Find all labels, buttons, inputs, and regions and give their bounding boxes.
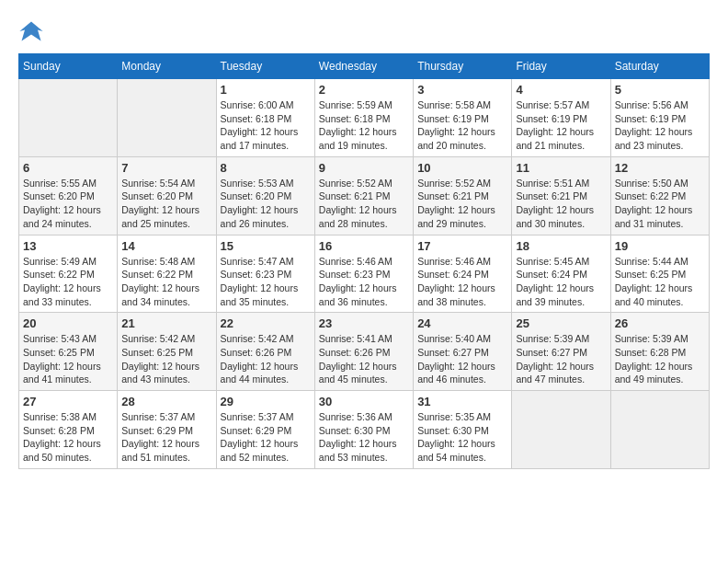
day-info: Sunrise: 5:50 AM Sunset: 6:22 PM Dayligh… [615,177,705,231]
weekday-header-tuesday: Tuesday [216,54,314,79]
day-number: 2 [319,83,409,97]
calendar-cell: 15Sunrise: 5:47 AM Sunset: 6:23 PM Dayli… [216,235,314,313]
calendar-cell: 6Sunrise: 5:55 AM Sunset: 6:20 PM Daylig… [19,156,118,235]
day-info: Sunrise: 5:47 AM Sunset: 6:23 PM Dayligh… [221,255,311,309]
calendar-cell: 25Sunrise: 5:39 AM Sunset: 6:27 PM Dayli… [512,313,610,391]
page-header [18,18,710,44]
week-row-3: 13Sunrise: 5:49 AM Sunset: 6:22 PM Dayli… [19,235,710,313]
calendar-cell: 9Sunrise: 5:52 AM Sunset: 6:21 PM Daylig… [314,156,413,235]
calendar-cell: 8Sunrise: 5:53 AM Sunset: 6:20 PM Daylig… [216,156,314,235]
day-number: 14 [121,239,211,253]
day-number: 19 [615,239,705,253]
logo [18,18,46,44]
calendar-cell: 7Sunrise: 5:54 AM Sunset: 6:20 PM Daylig… [118,156,216,235]
calendar-cell: 14Sunrise: 5:48 AM Sunset: 6:22 PM Dayli… [118,235,216,313]
day-number: 4 [516,83,606,97]
day-info: Sunrise: 5:45 AM Sunset: 6:24 PM Dayligh… [516,255,606,309]
week-row-5: 27Sunrise: 5:38 AM Sunset: 6:28 PM Dayli… [19,391,710,469]
day-info: Sunrise: 5:55 AM Sunset: 6:20 PM Dayligh… [23,177,113,231]
day-info: Sunrise: 5:46 AM Sunset: 6:23 PM Dayligh… [319,255,409,309]
weekday-header-saturday: Saturday [610,54,709,79]
day-number: 17 [417,239,507,253]
day-info: Sunrise: 5:42 AM Sunset: 6:26 PM Dayligh… [221,332,311,386]
day-number: 22 [221,316,311,330]
day-info: Sunrise: 5:58 AM Sunset: 6:19 PM Dayligh… [417,98,507,153]
day-info: Sunrise: 5:51 AM Sunset: 6:21 PM Dayligh… [516,177,606,231]
svg-marker-0 [19,22,42,41]
day-number: 23 [319,316,409,330]
calendar-cell: 29Sunrise: 5:37 AM Sunset: 6:29 PM Dayli… [216,391,314,469]
day-info: Sunrise: 5:52 AM Sunset: 6:21 PM Dayligh… [319,177,409,231]
day-number: 30 [319,395,409,408]
calendar-cell: 4Sunrise: 5:57 AM Sunset: 6:19 PM Daylig… [512,79,610,157]
day-info: Sunrise: 5:37 AM Sunset: 6:29 PM Dayligh… [121,410,211,465]
day-number: 21 [121,316,211,330]
calendar-cell: 30Sunrise: 5:36 AM Sunset: 6:30 PM Dayli… [314,391,413,469]
day-info: Sunrise: 5:56 AM Sunset: 6:19 PM Dayligh… [615,98,705,153]
calendar-cell [512,391,610,469]
day-number: 18 [516,239,606,253]
day-info: Sunrise: 5:46 AM Sunset: 6:24 PM Dayligh… [417,255,507,309]
day-info: Sunrise: 5:35 AM Sunset: 6:30 PM Dayligh… [417,410,507,465]
calendar-cell: 10Sunrise: 5:52 AM Sunset: 6:21 PM Dayli… [414,156,512,235]
day-info: Sunrise: 5:49 AM Sunset: 6:22 PM Dayligh… [23,255,113,309]
weekday-header-thursday: Thursday [414,54,512,79]
day-info: Sunrise: 5:36 AM Sunset: 6:30 PM Dayligh… [319,410,409,465]
weekday-header-sunday: Sunday [19,54,118,79]
calendar-cell: 20Sunrise: 5:43 AM Sunset: 6:25 PM Dayli… [19,313,118,391]
calendar-cell: 28Sunrise: 5:37 AM Sunset: 6:29 PM Dayli… [118,391,216,469]
day-info: Sunrise: 5:54 AM Sunset: 6:20 PM Dayligh… [121,177,211,231]
day-number: 16 [319,239,409,253]
calendar-cell: 26Sunrise: 5:39 AM Sunset: 6:28 PM Dayli… [610,313,709,391]
weekday-header-friday: Friday [512,54,610,79]
calendar-cell: 11Sunrise: 5:51 AM Sunset: 6:21 PM Dayli… [512,156,610,235]
day-number: 29 [221,395,311,408]
day-number: 24 [417,316,507,330]
calendar-cell: 3Sunrise: 5:58 AM Sunset: 6:19 PM Daylig… [414,79,512,157]
week-row-4: 20Sunrise: 5:43 AM Sunset: 6:25 PM Dayli… [19,313,710,391]
calendar-cell: 17Sunrise: 5:46 AM Sunset: 6:24 PM Dayli… [414,235,512,313]
day-number: 27 [23,395,113,408]
day-number: 3 [417,83,507,97]
calendar-cell: 1Sunrise: 6:00 AM Sunset: 6:18 PM Daylig… [216,79,314,157]
day-number: 8 [221,161,311,175]
calendar-cell: 13Sunrise: 5:49 AM Sunset: 6:22 PM Dayli… [19,235,118,313]
calendar-cell: 2Sunrise: 5:59 AM Sunset: 6:18 PM Daylig… [314,79,413,157]
day-info: Sunrise: 5:52 AM Sunset: 6:21 PM Dayligh… [417,177,507,231]
day-number: 12 [615,161,705,175]
calendar-cell: 19Sunrise: 5:44 AM Sunset: 6:25 PM Dayli… [610,235,709,313]
calendar-cell: 18Sunrise: 5:45 AM Sunset: 6:24 PM Dayli… [512,235,610,313]
calendar-cell: 12Sunrise: 5:50 AM Sunset: 6:22 PM Dayli… [610,156,709,235]
day-info: Sunrise: 6:00 AM Sunset: 6:18 PM Dayligh… [221,98,311,153]
day-info: Sunrise: 5:48 AM Sunset: 6:22 PM Dayligh… [121,255,211,309]
day-number: 11 [516,161,606,175]
day-number: 15 [221,239,311,253]
calendar-cell: 23Sunrise: 5:41 AM Sunset: 6:26 PM Dayli… [314,313,413,391]
calendar-cell: 27Sunrise: 5:38 AM Sunset: 6:28 PM Dayli… [19,391,118,469]
calendar-cell: 16Sunrise: 5:46 AM Sunset: 6:23 PM Dayli… [314,235,413,313]
day-info: Sunrise: 5:38 AM Sunset: 6:28 PM Dayligh… [23,410,113,465]
day-number: 9 [319,161,409,175]
day-info: Sunrise: 5:57 AM Sunset: 6:19 PM Dayligh… [516,98,606,153]
calendar-cell: 22Sunrise: 5:42 AM Sunset: 6:26 PM Dayli… [216,313,314,391]
calendar-table: SundayMondayTuesdayWednesdayThursdayFrid… [18,53,710,469]
day-number: 7 [121,161,211,175]
calendar-cell: 5Sunrise: 5:56 AM Sunset: 6:19 PM Daylig… [610,79,709,157]
day-info: Sunrise: 5:53 AM Sunset: 6:20 PM Dayligh… [221,177,311,231]
week-row-2: 6Sunrise: 5:55 AM Sunset: 6:20 PM Daylig… [19,156,710,235]
day-number: 31 [417,395,507,408]
day-info: Sunrise: 5:42 AM Sunset: 6:25 PM Dayligh… [121,332,211,386]
day-info: Sunrise: 5:40 AM Sunset: 6:27 PM Dayligh… [417,332,507,386]
day-number: 10 [417,161,507,175]
day-number: 28 [121,395,211,408]
day-number: 1 [221,83,311,97]
day-number: 5 [615,83,705,97]
calendar-cell: 31Sunrise: 5:35 AM Sunset: 6:30 PM Dayli… [414,391,512,469]
day-info: Sunrise: 5:43 AM Sunset: 6:25 PM Dayligh… [23,332,113,386]
day-info: Sunrise: 5:59 AM Sunset: 6:18 PM Dayligh… [319,98,409,153]
day-info: Sunrise: 5:39 AM Sunset: 6:27 PM Dayligh… [516,332,606,386]
day-number: 25 [516,316,606,330]
logo-bird-icon [18,18,44,44]
week-row-1: 1Sunrise: 6:00 AM Sunset: 6:18 PM Daylig… [19,79,710,157]
day-info: Sunrise: 5:41 AM Sunset: 6:26 PM Dayligh… [319,332,409,386]
